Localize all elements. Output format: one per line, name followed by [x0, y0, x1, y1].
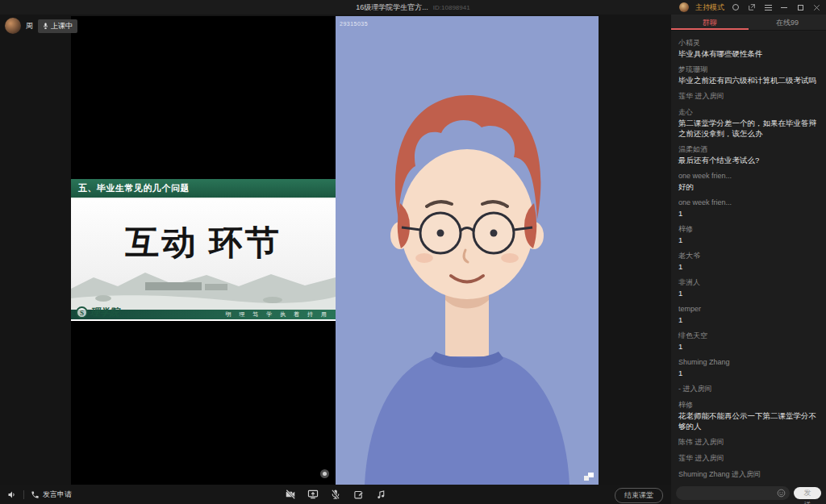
chat-username: one week frien...: [678, 198, 820, 208]
chat-message-text: 最后还有个结业考试么?: [678, 155, 820, 165]
chat-username: 温柔如酒: [678, 144, 820, 155]
school-logo: S 理学院: [76, 306, 119, 319]
chat-username: 非洲人: [678, 277, 820, 288]
toolbar-divider: [23, 490, 24, 499]
menu-icon[interactable]: [763, 2, 773, 12]
camera-video-panel[interactable]: 29315035: [336, 16, 599, 485]
screen-share-icon[interactable]: [307, 489, 319, 500]
chat-username: 梦琉珊瑚: [678, 65, 820, 75]
chat-username: 陈伟 进入房间: [678, 437, 820, 448]
phone-icon: [31, 490, 40, 499]
chat-message: 梓修 花老师能不能再公示一下第二课堂学分不够的人: [678, 400, 820, 431]
chat-message-text: 1: [678, 341, 820, 352]
settings-icon[interactable]: [731, 2, 740, 12]
slide-header: 五、毕业生常见的几个问题: [71, 179, 336, 199]
chat-message: one week frien... 好的: [678, 171, 820, 192]
close-icon[interactable]: [811, 2, 821, 12]
chat-username: 莲华 进入房间: [678, 453, 820, 464]
chat-notice: - 进入房间: [678, 384, 820, 394]
speaker-icon[interactable]: [7, 489, 17, 499]
chat-message-text: 1: [678, 208, 820, 219]
chat-message: 温柔如酒 最后还有个结业考试么?: [678, 144, 820, 165]
chat-notice: Shuming Zhang 进入房间: [678, 469, 820, 480]
chat-username: temper: [678, 304, 820, 314]
chat-message: 非洲人 1: [678, 277, 820, 298]
in-class-label: 上课中: [51, 21, 73, 31]
chat-username: 绯色天空: [678, 331, 820, 341]
chat-message-text: 1: [678, 368, 820, 378]
chat-tabs: 群聊 在线99: [671, 15, 826, 31]
in-class-badge: 上课中: [38, 19, 77, 33]
titlebar: 16级理学院学生官方... ID:10898941 主持模式: [0, 0, 826, 15]
presenter-name: 周: [26, 21, 33, 31]
chat-notice: 莲华 进入房间: [678, 453, 820, 464]
chat-message: 小精灵 毕业具体有哪些硬性条件: [678, 38, 820, 59]
slide-body: 互动 环节: [71, 199, 336, 310]
speech-request-label: 发言申请: [43, 489, 72, 500]
chat-message: 老大爷 1: [678, 251, 820, 272]
tab-group-chat[interactable]: 群聊: [671, 15, 749, 30]
music-icon[interactable]: [375, 489, 386, 500]
chat-message: 梦琉珊瑚 毕业之前还有四六级和计算机二级考试吗: [678, 65, 820, 85]
presenter-chip: 周 上课中: [5, 18, 77, 34]
chat-message-text: 毕业具体有哪些硬性条件: [678, 48, 820, 59]
chat-sidebar: 群聊 在线99 小精灵 毕业具体有哪些硬性条件 梦琉珊瑚 毕业之前还有四六级和计…: [671, 15, 826, 504]
center-tools: [285, 489, 386, 500]
school-logo-text: 理学院: [90, 306, 119, 319]
school-motto: 明 理 笃 学 执 着 持 用: [225, 310, 330, 319]
mic-icon: [43, 23, 48, 30]
emoji-icon[interactable]: [777, 489, 786, 498]
minimize-icon[interactable]: [779, 2, 789, 12]
chat-message: one week frien... 1: [678, 198, 820, 219]
watermark-badge: [320, 469, 329, 478]
chat-username: 走心: [678, 107, 820, 118]
chat-input-wrap: [676, 486, 790, 500]
room-id: ID:10898941: [433, 4, 470, 11]
slide: 五、毕业生常见的几个问题 互动 环节 明 理 笃 学 执 着 持 用 S 理学院: [71, 179, 336, 321]
chat-message-text: 好的: [678, 181, 820, 192]
presenter-avatar: [5, 18, 21, 34]
chat-message: 走心 第二课堂学分差一个的，如果在毕业答辩之前还没拿到，该怎么办: [678, 107, 820, 139]
chat-message-text: 花老师能不能再公示一下第二课堂学分不够的人: [678, 410, 820, 431]
chat-input-bar: 发送: [671, 482, 826, 504]
end-class-button[interactable]: 结束课堂: [615, 488, 663, 503]
chat-username: 梓修: [678, 400, 820, 410]
slide-video-panel[interactable]: 五、毕业生常见的几个问题 互动 环节 明 理 笃 学 执 着 持 用 S 理学院: [71, 16, 336, 485]
chat-message: Shuming Zhang 1: [678, 357, 820, 378]
tab-online-users[interactable]: 在线99: [749, 15, 826, 30]
chat-message-text: 1: [678, 235, 820, 245]
mic-off-icon[interactable]: [330, 489, 341, 500]
chat-message-text: 第二课堂学分差一个的，如果在毕业答辩之前还没拿到，该怎么办: [678, 118, 820, 139]
chat-list: 小精灵 毕业具体有哪些硬性条件 梦琉珊瑚 毕业之前还有四六级和计算机二级考试吗 …: [671, 31, 826, 482]
chat-message-text: 1: [678, 261, 820, 272]
user-avatar[interactable]: [679, 2, 689, 12]
school-logo-icon: S: [76, 306, 88, 319]
bottom-toolbar: 发言申请 结束课堂: [0, 485, 671, 504]
slide-title: 互动 环节: [71, 220, 336, 265]
chat-notice: 陈伟 进入房间: [678, 437, 820, 448]
popout-icon[interactable]: [747, 2, 757, 12]
maximize-icon[interactable]: [795, 2, 805, 12]
host-mode-label: 主持模式: [695, 2, 724, 13]
speech-request-button[interactable]: 发言申请: [31, 489, 72, 500]
camera-off-icon[interactable]: [285, 489, 296, 500]
chat-message-text: 1: [678, 288, 820, 298]
avatar-illustration: [336, 16, 599, 485]
chat-username: 小精灵: [678, 38, 820, 48]
chat-message: 梓修 1: [678, 224, 820, 245]
chat-username: one week frien...: [678, 171, 820, 181]
window-controls: 主持模式: [679, 0, 821, 15]
chat-username: 老大爷: [678, 251, 820, 261]
stream-id: 29315035: [340, 21, 368, 27]
chat-notice: 莲华 进入房间: [678, 91, 820, 102]
chat-input[interactable]: [682, 489, 777, 498]
chat-message-text: 1: [678, 314, 820, 325]
campus-photo: [71, 264, 336, 310]
chat-username: - 进入房间: [678, 384, 820, 394]
chat-message-text: 毕业之前还有四六级和计算机二级考试吗: [678, 75, 820, 85]
room-title: 16级理学院学生官方...: [356, 2, 428, 13]
chat-username: 梓修: [678, 224, 820, 235]
edit-board-icon[interactable]: [353, 489, 364, 500]
chat-username: 莲华 进入房间: [678, 91, 820, 102]
send-button[interactable]: 发送: [794, 487, 821, 499]
